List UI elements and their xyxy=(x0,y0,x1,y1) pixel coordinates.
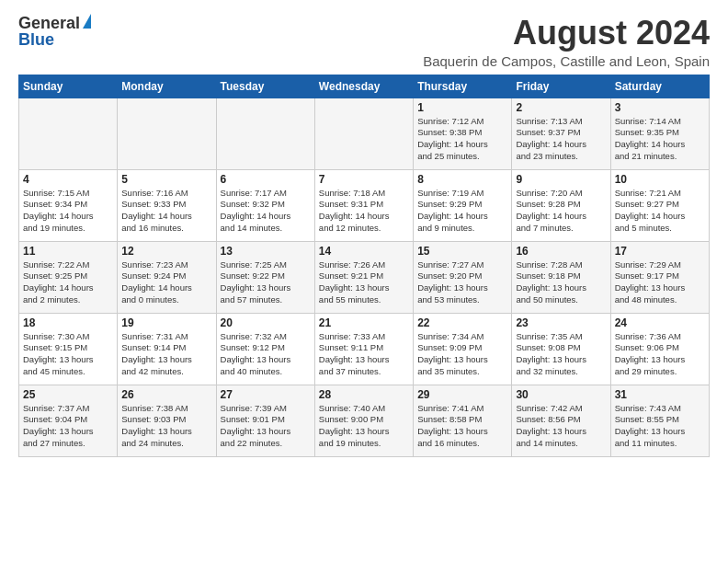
day-info: Sunrise: 7:32 AM Sunset: 9:12 PM Dayligh… xyxy=(221,331,311,378)
calendar-cell: 27Sunrise: 7:39 AM Sunset: 9:01 PM Dayli… xyxy=(216,385,314,456)
calendar: SundayMondayTuesdayWednesdayThursdayFrid… xyxy=(18,75,710,457)
subtitle: Baquerin de Campos, Castille and Leon, S… xyxy=(423,53,710,69)
day-number: 12 xyxy=(121,245,211,258)
calendar-cell: 7Sunrise: 7:18 AM Sunset: 9:31 PM Daylig… xyxy=(314,169,413,241)
day-info: Sunrise: 7:18 AM Sunset: 9:31 PM Dayligh… xyxy=(319,188,409,235)
day-info: Sunrise: 7:15 AM Sunset: 9:34 PM Dayligh… xyxy=(23,188,113,235)
day-info: Sunrise: 7:41 AM Sunset: 8:58 PM Dayligh… xyxy=(417,403,507,450)
day-info: Sunrise: 7:37 AM Sunset: 9:04 PM Dayligh… xyxy=(23,403,113,450)
day-info: Sunrise: 7:19 AM Sunset: 9:29 PM Dayligh… xyxy=(417,188,507,235)
day-number: 28 xyxy=(319,388,409,401)
day-number: 9 xyxy=(516,173,606,186)
day-number: 6 xyxy=(221,173,311,186)
calendar-cell: 30Sunrise: 7:42 AM Sunset: 8:56 PM Dayli… xyxy=(512,385,610,456)
calendar-dow-wednesday: Wednesday xyxy=(314,75,413,98)
day-number: 22 xyxy=(417,316,507,329)
day-info: Sunrise: 7:30 AM Sunset: 9:15 PM Dayligh… xyxy=(23,331,113,378)
calendar-cell: 17Sunrise: 7:29 AM Sunset: 9:17 PM Dayli… xyxy=(610,241,709,313)
day-info: Sunrise: 7:28 AM Sunset: 9:18 PM Dayligh… xyxy=(516,259,606,306)
day-info: Sunrise: 7:42 AM Sunset: 8:56 PM Dayligh… xyxy=(516,403,606,450)
day-info: Sunrise: 7:40 AM Sunset: 9:00 PM Dayligh… xyxy=(319,403,409,450)
day-info: Sunrise: 7:35 AM Sunset: 9:08 PM Dayligh… xyxy=(516,331,606,378)
calendar-cell: 10Sunrise: 7:21 AM Sunset: 9:27 PM Dayli… xyxy=(610,169,709,241)
day-number: 17 xyxy=(615,245,705,258)
calendar-week-row: 4Sunrise: 7:15 AM Sunset: 9:34 PM Daylig… xyxy=(19,169,710,241)
calendar-cell: 16Sunrise: 7:28 AM Sunset: 9:18 PM Dayli… xyxy=(512,241,610,313)
day-number: 3 xyxy=(615,101,705,114)
day-number: 10 xyxy=(615,173,705,186)
day-number: 14 xyxy=(319,245,409,258)
calendar-cell: 29Sunrise: 7:41 AM Sunset: 8:58 PM Dayli… xyxy=(414,385,512,456)
calendar-cell: 12Sunrise: 7:23 AM Sunset: 9:24 PM Dayli… xyxy=(118,241,216,313)
calendar-dow-sunday: Sunday xyxy=(19,75,118,98)
day-number: 29 xyxy=(417,388,507,401)
day-number: 8 xyxy=(417,173,507,186)
day-info: Sunrise: 7:36 AM Sunset: 9:06 PM Dayligh… xyxy=(615,331,705,378)
calendar-cell: 22Sunrise: 7:34 AM Sunset: 9:09 PM Dayli… xyxy=(414,313,512,385)
day-number: 16 xyxy=(516,245,606,258)
day-info: Sunrise: 7:43 AM Sunset: 8:55 PM Dayligh… xyxy=(615,403,705,450)
day-number: 19 xyxy=(121,316,211,329)
calendar-dow-monday: Monday xyxy=(118,75,216,98)
day-info: Sunrise: 7:29 AM Sunset: 9:17 PM Dayligh… xyxy=(615,259,705,306)
logo-triangle-icon xyxy=(83,14,91,29)
calendar-dow-tuesday: Tuesday xyxy=(216,75,314,98)
day-number: 7 xyxy=(319,173,409,186)
calendar-cell: 2Sunrise: 7:13 AM Sunset: 9:37 PM Daylig… xyxy=(512,98,610,169)
calendar-cell: 23Sunrise: 7:35 AM Sunset: 9:08 PM Dayli… xyxy=(512,313,610,385)
day-info: Sunrise: 7:14 AM Sunset: 9:35 PM Dayligh… xyxy=(615,116,705,163)
day-number: 2 xyxy=(516,101,606,114)
day-number: 25 xyxy=(23,388,113,401)
calendar-cell: 6Sunrise: 7:17 AM Sunset: 9:32 PM Daylig… xyxy=(216,169,314,241)
day-number: 31 xyxy=(615,388,705,401)
day-info: Sunrise: 7:38 AM Sunset: 9:03 PM Dayligh… xyxy=(121,403,211,450)
logo: General Blue xyxy=(18,15,91,48)
day-number: 4 xyxy=(23,173,113,186)
calendar-week-row: 11Sunrise: 7:22 AM Sunset: 9:25 PM Dayli… xyxy=(19,241,710,313)
day-info: Sunrise: 7:25 AM Sunset: 9:22 PM Dayligh… xyxy=(221,259,311,306)
calendar-cell: 13Sunrise: 7:25 AM Sunset: 9:22 PM Dayli… xyxy=(216,241,314,313)
calendar-cell xyxy=(118,98,216,169)
day-info: Sunrise: 7:31 AM Sunset: 9:14 PM Dayligh… xyxy=(121,331,211,378)
day-number: 23 xyxy=(516,316,606,329)
calendar-cell xyxy=(216,98,314,169)
day-info: Sunrise: 7:26 AM Sunset: 9:21 PM Dayligh… xyxy=(319,259,409,306)
calendar-cell: 25Sunrise: 7:37 AM Sunset: 9:04 PM Dayli… xyxy=(19,385,118,456)
logo-blue-text: Blue xyxy=(18,31,91,48)
day-number: 21 xyxy=(319,316,409,329)
page: General Blue August 2024 Baquerin de Cam… xyxy=(0,0,728,563)
calendar-cell: 14Sunrise: 7:26 AM Sunset: 9:21 PM Dayli… xyxy=(314,241,413,313)
calendar-cell: 28Sunrise: 7:40 AM Sunset: 9:00 PM Dayli… xyxy=(314,385,413,456)
day-info: Sunrise: 7:16 AM Sunset: 9:33 PM Dayligh… xyxy=(121,188,211,235)
day-number: 18 xyxy=(23,316,113,329)
calendar-dow-saturday: Saturday xyxy=(610,75,709,98)
calendar-cell: 3Sunrise: 7:14 AM Sunset: 9:35 PM Daylig… xyxy=(610,98,709,169)
calendar-cell: 26Sunrise: 7:38 AM Sunset: 9:03 PM Dayli… xyxy=(118,385,216,456)
day-number: 24 xyxy=(615,316,705,329)
main-title: August 2024 xyxy=(423,15,710,52)
day-number: 30 xyxy=(516,388,606,401)
logo-general-text: General xyxy=(18,15,80,31)
calendar-cell: 21Sunrise: 7:33 AM Sunset: 9:11 PM Dayli… xyxy=(314,313,413,385)
calendar-cell: 19Sunrise: 7:31 AM Sunset: 9:14 PM Dayli… xyxy=(118,313,216,385)
calendar-cell: 24Sunrise: 7:36 AM Sunset: 9:06 PM Dayli… xyxy=(610,313,709,385)
header: General Blue August 2024 Baquerin de Cam… xyxy=(18,15,710,69)
day-number: 26 xyxy=(121,388,211,401)
calendar-cell xyxy=(19,98,118,169)
day-info: Sunrise: 7:34 AM Sunset: 9:09 PM Dayligh… xyxy=(417,331,507,378)
day-number: 15 xyxy=(417,245,507,258)
day-info: Sunrise: 7:33 AM Sunset: 9:11 PM Dayligh… xyxy=(319,331,409,378)
calendar-cell: 18Sunrise: 7:30 AM Sunset: 9:15 PM Dayli… xyxy=(19,313,118,385)
day-info: Sunrise: 7:13 AM Sunset: 9:37 PM Dayligh… xyxy=(516,116,606,163)
day-info: Sunrise: 7:12 AM Sunset: 9:38 PM Dayligh… xyxy=(417,116,507,163)
day-info: Sunrise: 7:20 AM Sunset: 9:28 PM Dayligh… xyxy=(516,188,606,235)
day-info: Sunrise: 7:27 AM Sunset: 9:20 PM Dayligh… xyxy=(417,259,507,306)
day-number: 11 xyxy=(23,245,113,258)
calendar-cell: 31Sunrise: 7:43 AM Sunset: 8:55 PM Dayli… xyxy=(610,385,709,456)
calendar-week-row: 1Sunrise: 7:12 AM Sunset: 9:38 PM Daylig… xyxy=(19,98,710,169)
calendar-dow-thursday: Thursday xyxy=(414,75,512,98)
calendar-week-row: 25Sunrise: 7:37 AM Sunset: 9:04 PM Dayli… xyxy=(19,385,710,456)
calendar-cell: 15Sunrise: 7:27 AM Sunset: 9:20 PM Dayli… xyxy=(414,241,512,313)
day-number: 13 xyxy=(221,245,311,258)
day-number: 5 xyxy=(121,173,211,186)
